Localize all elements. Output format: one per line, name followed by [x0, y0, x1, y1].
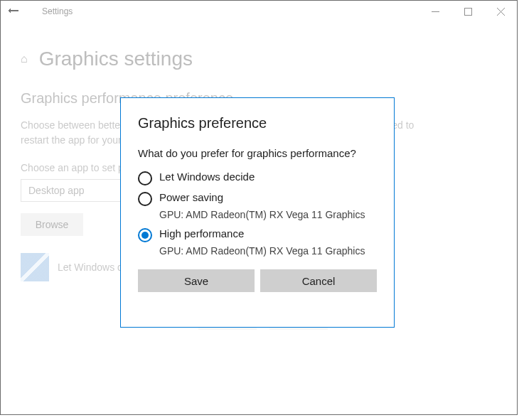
cancel-button[interactable]: Cancel — [260, 269, 377, 292]
page-title: Graphics settings — [39, 48, 193, 70]
dialog-buttons: Save Cancel — [138, 269, 377, 292]
radio-group: Let Windows decide Power saving GPU: AMD… — [138, 171, 377, 257]
page-header: ⌂ Graphics settings — [21, 48, 497, 70]
maximize-button[interactable] — [451, 1, 484, 22]
radio-label: High performance — [159, 227, 244, 239]
minimize-button[interactable] — [419, 1, 451, 22]
back-icon[interactable]: 🠔 — [8, 5, 25, 18]
close-button[interactable] — [484, 1, 517, 22]
radio-sub-gpu: GPU: AMD Radeon(TM) RX Vega 11 Graphics — [159, 245, 377, 257]
radio-power-saving[interactable]: Power saving — [138, 191, 377, 206]
radio-icon — [138, 171, 152, 185]
home-icon[interactable]: ⌂ — [21, 53, 28, 65]
radio-icon — [138, 192, 152, 206]
graphics-preference-dialog: Graphics preference What do you prefer f… — [120, 97, 395, 328]
titlebar: 🠔 Settings — [1, 1, 517, 22]
dropdown-value: Desktop app — [28, 185, 85, 196]
window-controls — [419, 1, 517, 22]
browse-button[interactable]: Browse — [21, 213, 83, 236]
window-title: Settings — [42, 6, 419, 16]
settings-window: 🠔 Settings ⌂ Graphics settings Graphics … — [0, 0, 518, 415]
dialog-question: What do you prefer for graphics performa… — [138, 147, 377, 159]
dialog-title: Graphics preference — [138, 115, 377, 131]
radio-label: Let Windows decide — [159, 171, 255, 183]
save-button[interactable]: Save — [138, 269, 255, 292]
radio-sub-gpu: GPU: AMD Radeon(TM) RX Vega 11 Graphics — [159, 209, 377, 220]
svg-rect-1 — [464, 8, 471, 15]
app-icon — [21, 253, 49, 281]
radio-high-performance[interactable]: High performance — [138, 227, 377, 242]
radio-let-windows-decide[interactable]: Let Windows decide — [138, 171, 377, 185]
radio-icon — [138, 228, 152, 242]
radio-label: Power saving — [159, 191, 223, 203]
